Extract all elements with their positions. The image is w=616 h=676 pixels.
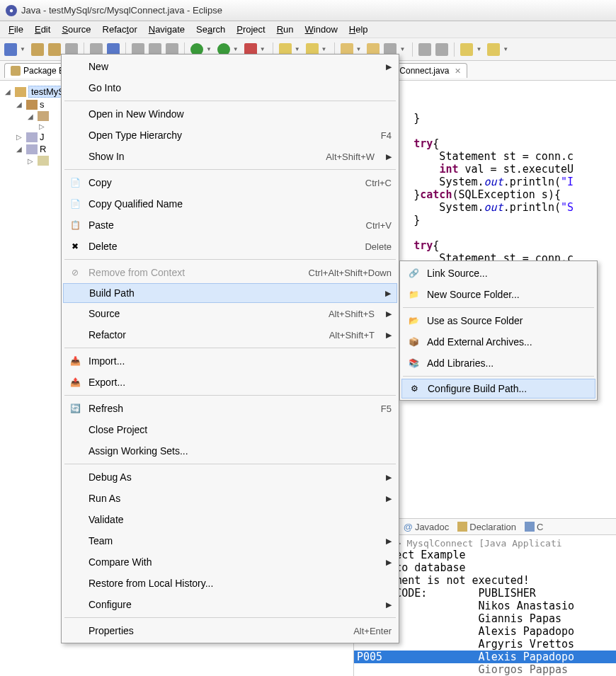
menu-item-import-[interactable]: 📥Import...	[63, 350, 397, 372]
nav2-icon[interactable]	[435, 43, 448, 56]
blank-icon	[69, 556, 81, 568]
menu-item-compare-with[interactable]: Compare With▶	[63, 551, 397, 573]
submenu-arrow-icon: ▶	[386, 494, 392, 503]
addext-icon: 📦	[407, 336, 420, 348]
menu-file[interactable]: File	[3, 23, 29, 36]
build-path-submenu: 🔗Link Source...📁New Source Folder...📂Use…	[399, 260, 598, 401]
blank-icon	[69, 624, 81, 637]
menu-label: Add Libraries...	[427, 357, 590, 369]
menu-item-new[interactable]: New▶	[63, 56, 397, 77]
usesrc-icon: 📂	[407, 314, 420, 327]
blank-icon	[69, 471, 81, 483]
eclipse-icon: ●	[6, 5, 17, 16]
submenu-item-add-libraries-[interactable]: 📚Add Libraries...	[401, 353, 595, 374]
menu-item-show-in[interactable]: Show InAlt+Shift+W▶	[63, 146, 397, 167]
menu-accelerator: F5	[381, 403, 392, 414]
menu-refactor[interactable]: Refactor	[97, 23, 143, 36]
console-line-selected: P005 Alexis Papadopo	[354, 651, 616, 663]
menu-accelerator: Ctrl+Alt+Shift+Down	[309, 268, 392, 278]
menu-label: Compare With	[89, 556, 375, 568]
config-icon: ⚙	[408, 382, 421, 395]
menu-edit[interactable]: Edit	[29, 23, 56, 36]
fwd-icon[interactable]	[487, 43, 500, 56]
src-folder-icon	[26, 100, 38, 110]
menu-item-paste[interactable]: 📋PasteCtrl+V	[63, 214, 397, 236]
jar-icon	[38, 156, 49, 166]
menu-label: Show In	[89, 151, 310, 162]
refs-node[interactable]: R	[40, 144, 46, 154]
menu-item-go-into[interactable]: Go Into	[63, 77, 397, 98]
menu-label: Restore from Local History...	[89, 578, 392, 589]
menu-label: Properties	[89, 625, 338, 636]
menu-search[interactable]: Search	[190, 23, 231, 36]
jre-node[interactable]: J	[40, 132, 45, 142]
saveall-icon[interactable]	[48, 43, 61, 56]
new-icon[interactable]	[4, 43, 17, 56]
menu-item-restore-from-local-history-[interactable]: Restore from Local History...	[63, 573, 397, 594]
menu-item-refactor[interactable]: RefactorAlt+Shift+T▶	[63, 324, 397, 345]
menu-item-validate[interactable]: Validate	[63, 509, 397, 530]
menu-item-properties[interactable]: PropertiesAlt+Enter	[63, 620, 397, 641]
menu-source[interactable]: Source	[56, 23, 96, 36]
menu-run[interactable]: Run	[271, 23, 300, 36]
submenu-arrow-icon: ▶	[386, 309, 392, 319]
tab-console[interactable]: C	[525, 522, 543, 532]
menu-project[interactable]: Project	[231, 23, 270, 36]
delete-icon: ✖	[69, 240, 81, 253]
menu-item-run-as[interactable]: Run As▶	[63, 488, 397, 509]
menu-help[interactable]: Help	[343, 23, 374, 36]
menu-accelerator: F4	[381, 130, 392, 141]
menu-item-copy-qualified-name[interactable]: 📄Copy Qualified Name	[63, 193, 397, 214]
refresh-icon: 🔄	[69, 402, 81, 415]
blank-icon	[69, 577, 81, 590]
menu-item-delete[interactable]: ✖DeleteDelete	[63, 236, 397, 257]
menu-item-export-[interactable]: 📤Export...	[63, 372, 397, 393]
menu-item-copy[interactable]: 📄CopyCtrl+C	[63, 172, 397, 193]
src-node[interactable]: s	[40, 99, 45, 110]
blank-icon	[69, 287, 82, 299]
submenu-arrow-icon: ▶	[386, 331, 392, 340]
submenu-arrow-icon: ▶	[386, 152, 392, 161]
blank-icon	[69, 492, 81, 505]
blank-icon	[69, 150, 81, 163]
menu-item-refresh[interactable]: 🔄RefreshF5	[63, 398, 397, 419]
submenu-item-configure-build-path-[interactable]: ⚙Configure Build Path...	[401, 379, 595, 399]
copyq-icon: 📄	[69, 197, 81, 210]
menu-item-debug-as[interactable]: Debug As▶	[63, 466, 397, 488]
menu-item-open-in-new-window[interactable]: Open in New Window	[63, 103, 397, 125]
menu-label: Paste	[89, 219, 350, 231]
menu-window[interactable]: Window	[300, 23, 343, 36]
submenu-arrow-icon: ▶	[385, 289, 391, 298]
menu-item-configure[interactable]: Configure▶	[63, 594, 397, 615]
submenu-item-add-external-archives-[interactable]: 📦Add External Archives...	[401, 331, 595, 353]
remove-icon: ⊘	[69, 266, 81, 279]
back-icon[interactable]	[460, 43, 473, 56]
menu-item-team[interactable]: Team▶	[63, 530, 397, 551]
newsrc-icon: 📁	[407, 288, 420, 301]
menu-label: Build Path	[89, 287, 374, 299]
menu-item-assign-working-sets-[interactable]: Assign Working Sets...	[63, 440, 397, 462]
menu-item-build-path[interactable]: Build Path▶	[63, 283, 397, 303]
addlib-icon: 📚	[407, 357, 420, 369]
submenu-item-link-source-[interactable]: 🔗Link Source...	[401, 263, 595, 284]
export-icon: 📤	[69, 376, 81, 389]
blank-icon	[69, 60, 81, 73]
submenu-item-new-source-folder-[interactable]: 📁New Source Folder...	[401, 284, 595, 305]
menu-item-source[interactable]: SourceAlt+Shift+S▶	[63, 303, 397, 324]
menu-label: Import...	[89, 355, 392, 367]
menu-navigate[interactable]: Navigate	[143, 23, 190, 36]
close-icon[interactable]: ✕	[455, 67, 461, 76]
menu-item-close-project[interactable]: Close Project	[63, 419, 397, 440]
nav-icon[interactable]	[418, 43, 431, 56]
blank-icon	[69, 513, 81, 526]
tab-javadoc[interactable]: @Javadoc	[404, 522, 450, 532]
menu-accelerator: Alt+Shift+W	[326, 151, 375, 162]
menu-accelerator: Alt+Enter	[353, 626, 392, 636]
save-icon[interactable]	[31, 43, 44, 56]
menu-item-open-type-hierarchy[interactable]: Open Type HierarchyF4	[63, 125, 397, 146]
menu-label: Go Into	[89, 82, 392, 93]
menu-item-remove-from-context[interactable]: ⊘Remove from ContextCtrl+Alt+Shift+Down	[63, 262, 397, 283]
menu-label: Close Project	[89, 424, 392, 435]
submenu-item-use-as-source-folder[interactable]: 📂Use as Source Folder	[401, 310, 595, 331]
tab-declaration[interactable]: Declaration	[457, 522, 516, 532]
